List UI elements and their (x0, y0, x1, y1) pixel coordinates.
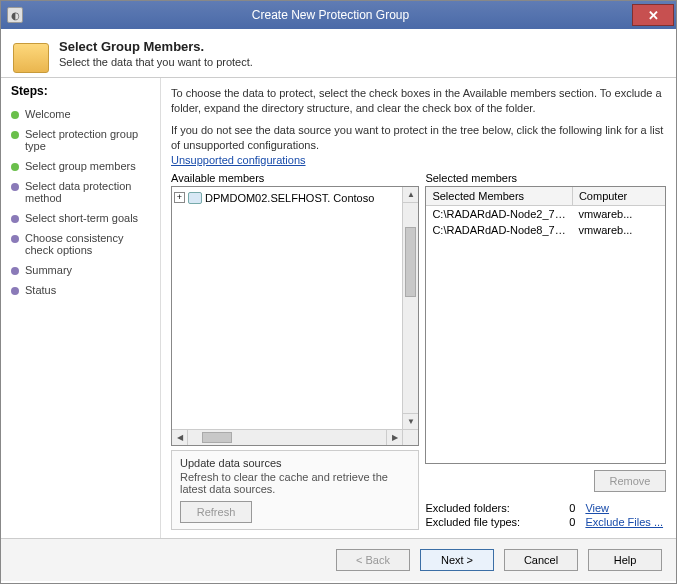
step-bullet-icon (11, 183, 19, 191)
excluded-summary: Excluded folders: 0 View Excluded file t… (425, 500, 666, 530)
step-bullet-icon (11, 111, 19, 119)
scroll-down-icon[interactable]: ▼ (403, 413, 418, 429)
scroll-corner (402, 429, 418, 445)
scroll-right-icon[interactable]: ▶ (386, 430, 402, 445)
list-cell-path: C:\RADARdAD-Node8_7-26-6-... (426, 222, 572, 238)
step-label: Summary (25, 264, 72, 276)
tree-horizontal-scrollbar[interactable]: ◀ ▶ (172, 429, 402, 445)
back-button[interactable]: < Back (336, 549, 410, 571)
tree-node[interactable]: +DPMDOM02.SELFHOST. Contoso (174, 189, 400, 206)
list-item[interactable]: C:\RADARdAD-Node2_7-26-6-...vmwareb... (426, 206, 665, 222)
excluded-folders-view-link[interactable]: View (585, 502, 609, 514)
selected-members-list[interactable]: Selected Members Computer C:\RADARdAD-No… (425, 186, 666, 464)
wizard-footer: < Back Next > Cancel Help (1, 538, 676, 581)
titlebar: ◐ Create New Protection Group ✕ (1, 1, 676, 29)
excluded-types-count: 0 (555, 516, 575, 528)
list-cell-path: C:\RADARdAD-Node2_7-26-6-... (426, 206, 572, 222)
step-item[interactable]: Select protection group type (11, 124, 154, 156)
step-item[interactable]: Summary (11, 260, 154, 280)
step-item[interactable]: Choose consistency check options (11, 228, 154, 260)
wizard-header: Select Group Members. Select the data th… (1, 29, 676, 78)
update-title: Update data sources (180, 457, 410, 469)
step-bullet-icon (11, 287, 19, 295)
close-icon: ✕ (648, 8, 659, 23)
update-data-sources-group: Update data sources Refresh to clear the… (171, 450, 419, 530)
main-pane: To choose the data to protect, select th… (161, 78, 676, 538)
remove-button[interactable]: Remove (594, 470, 666, 492)
step-bullet-icon (11, 131, 19, 139)
app-icon: ◐ (7, 7, 23, 23)
step-bullet-icon (11, 235, 19, 243)
steps-heading: Steps: (11, 84, 154, 98)
excluded-types-label: Excluded file types: (425, 516, 545, 528)
tree-node-label: DPMDOM02.SELFHOST. Contoso (205, 192, 374, 204)
steps-pane: Steps: WelcomeSelect protection group ty… (1, 78, 161, 538)
step-item[interactable]: Welcome (11, 104, 154, 124)
column-selected-members[interactable]: Selected Members (426, 187, 573, 205)
step-item[interactable]: Status (11, 280, 154, 300)
step-label: Select protection group type (25, 128, 154, 152)
selected-members-header: Selected Members Computer (426, 187, 665, 206)
expand-icon[interactable]: + (174, 192, 185, 203)
step-bullet-icon (11, 163, 19, 171)
help-button[interactable]: Help (588, 549, 662, 571)
available-members-label: Available members (171, 172, 419, 184)
intro-text-1: To choose the data to protect, select th… (171, 86, 666, 117)
close-button[interactable]: ✕ (632, 4, 674, 26)
step-label: Select data protection method (25, 180, 154, 204)
step-item[interactable]: Select group members (11, 156, 154, 176)
list-item[interactable]: C:\RADARdAD-Node8_7-26-6-...vmwareb... (426, 222, 665, 238)
hscroll-thumb[interactable] (202, 432, 232, 443)
step-bullet-icon (11, 215, 19, 223)
list-cell-computer: vmwareb... (573, 206, 665, 222)
step-label: Status (25, 284, 56, 296)
server-icon (188, 192, 202, 204)
exclude-files-link[interactable]: Exclude Files ... (585, 516, 663, 528)
scroll-left-icon[interactable]: ◀ (172, 430, 188, 445)
step-label: Welcome (25, 108, 71, 120)
scroll-up-icon[interactable]: ▲ (403, 187, 418, 203)
excluded-folders-label: Excluded folders: (425, 502, 545, 514)
excluded-folders-count: 0 (555, 502, 575, 514)
refresh-button[interactable]: Refresh (180, 501, 252, 523)
step-item[interactable]: Select data protection method (11, 176, 154, 208)
step-bullet-icon (11, 267, 19, 275)
members-icon (13, 43, 49, 73)
step-item[interactable]: Select short-term goals (11, 208, 154, 228)
unsupported-configs-link[interactable]: Unsupported configurations (171, 154, 666, 166)
step-label: Select short-term goals (25, 212, 138, 224)
available-members-tree[interactable]: +DPMDOM02.SELFHOST. Contoso ▲ ▼ ◀ ▶ (171, 186, 419, 446)
intro-text-2: If you do not see the data source you wa… (171, 123, 666, 154)
scroll-thumb[interactable] (405, 227, 416, 297)
tree-vertical-scrollbar[interactable]: ▲ ▼ (402, 187, 418, 429)
step-label: Choose consistency check options (25, 232, 154, 256)
page-title: Select Group Members. (59, 39, 253, 54)
selected-members-label: Selected members (425, 172, 666, 184)
window-title: Create New Protection Group (29, 8, 632, 22)
step-label: Select group members (25, 160, 136, 172)
column-computer[interactable]: Computer (573, 187, 665, 205)
update-desc: Refresh to clear the cache and retrieve … (180, 471, 410, 495)
cancel-button[interactable]: Cancel (504, 549, 578, 571)
page-subtitle: Select the data that you want to protect… (59, 56, 253, 68)
list-cell-computer: vmwareb... (573, 222, 665, 238)
next-button[interactable]: Next > (420, 549, 494, 571)
